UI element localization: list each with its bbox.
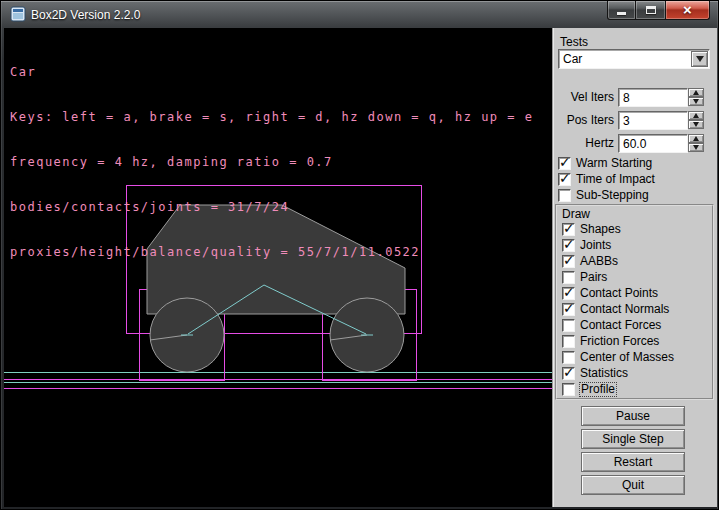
app-icon <box>10 6 26 22</box>
contact-points-label: Contact Points <box>580 287 658 300</box>
statistics-label: Statistics <box>580 367 628 380</box>
tests-dropdown-button[interactable] <box>691 51 708 67</box>
vel-iters-label: Vel Iters <box>553 88 614 107</box>
draw-group: Draw Shapes Joints AABBs Pairs <box>555 204 714 400</box>
warm-starting-row[interactable]: Warm Starting <box>558 156 652 170</box>
sub-stepping-row[interactable]: Sub-Stepping <box>558 188 649 202</box>
client-area: Car Keys: left = a, brake = s, right = d… <box>4 28 717 507</box>
joints-row[interactable]: Joints <box>562 238 611 252</box>
hertz-value: 60.0 <box>623 137 646 151</box>
single-step-button[interactable]: Single Step <box>581 429 685 449</box>
friction-forces-row[interactable]: Friction Forces <box>562 334 659 348</box>
profile-label: Profile <box>580 383 616 396</box>
window-title: Box2D Version 2.2.0 <box>31 8 140 22</box>
hertz-row: Hertz 60.0 <box>553 134 718 153</box>
profile-row[interactable]: Profile <box>562 382 616 396</box>
pos-iters-input[interactable]: 3 <box>618 111 688 130</box>
contact-forces-label: Contact Forces <box>580 319 661 332</box>
contact-points-row[interactable]: Contact Points <box>562 286 658 300</box>
vel-iters-down-button[interactable] <box>688 97 704 106</box>
pairs-row[interactable]: Pairs <box>562 270 607 284</box>
down-arrow-icon <box>693 122 699 127</box>
down-arrow-icon <box>693 145 699 150</box>
caption-buttons: × <box>607 1 710 20</box>
contact-normals-label: Contact Normals <box>580 303 669 316</box>
hud-keys-line: Keys: left = a, brake = s, right = d, hz… <box>10 110 533 125</box>
vel-iters-value: 8 <box>623 91 630 105</box>
pos-iters-spinner <box>688 111 704 130</box>
contact-forces-checkbox[interactable] <box>562 319 575 332</box>
joints-label: Joints <box>580 239 611 252</box>
hertz-up-button[interactable] <box>688 134 704 143</box>
vel-iters-up-button[interactable] <box>688 88 704 97</box>
aabbs-checkbox[interactable] <box>562 255 575 268</box>
pos-iters-value: 3 <box>623 114 630 128</box>
hud-text: Car Keys: left = a, brake = s, right = d… <box>10 35 533 290</box>
warm-starting-label: Warm Starting <box>576 157 652 170</box>
time-of-impact-label: Time of Impact <box>576 173 655 186</box>
tests-label: Tests <box>560 35 588 49</box>
pos-iters-row: Pos Iters 3 <box>553 111 718 130</box>
hud-test-name: Car <box>10 65 533 80</box>
joints-checkbox[interactable] <box>562 239 575 252</box>
up-arrow-icon <box>693 90 699 95</box>
contact-normals-checkbox[interactable] <box>562 303 575 316</box>
maximize-icon <box>646 6 656 14</box>
contact-normals-row[interactable]: Contact Normals <box>562 302 669 316</box>
hud-proxies-line: proxies/height/balance/quality = 55/7/1/… <box>10 245 533 260</box>
up-arrow-icon <box>693 113 699 118</box>
hud-bodies-line: bodies/contacts/joints = 31/7/24 <box>10 200 533 215</box>
pos-iters-up-button[interactable] <box>688 111 704 120</box>
pause-button[interactable]: Pause <box>581 406 685 426</box>
vel-iters-row: Vel Iters 8 <box>553 88 718 107</box>
pairs-label: Pairs <box>580 271 607 284</box>
control-panel: Tests Car Vel Iters 8 Pos Iters 3 <box>552 28 717 507</box>
simulation-canvas[interactable]: Car Keys: left = a, brake = s, right = d… <box>4 28 552 507</box>
contact-points-checkbox[interactable] <box>562 287 575 300</box>
tests-dropdown[interactable]: Car <box>558 49 710 69</box>
friction-forces-label: Friction Forces <box>580 335 659 348</box>
hertz-spinner <box>688 134 704 153</box>
statistics-checkbox[interactable] <box>562 367 575 380</box>
shapes-label: Shapes <box>580 223 621 236</box>
restart-button[interactable]: Restart <box>581 452 685 472</box>
down-arrow-icon <box>693 99 699 104</box>
shapes-row[interactable]: Shapes <box>562 222 621 236</box>
shapes-checkbox[interactable] <box>562 223 575 236</box>
center-of-masses-row[interactable]: Center of Masses <box>562 350 674 364</box>
tests-selected-value: Car <box>563 52 582 66</box>
dropdown-arrow-icon <box>696 56 704 62</box>
up-arrow-icon <box>693 136 699 141</box>
close-button[interactable]: × <box>665 1 710 20</box>
titlebar[interactable]: Box2D Version 2.2.0 × <box>1 1 718 28</box>
vel-iters-spinner <box>688 88 704 107</box>
sub-stepping-checkbox[interactable] <box>558 189 571 202</box>
vel-iters-input[interactable]: 8 <box>618 88 688 107</box>
contact-forces-row[interactable]: Contact Forces <box>562 318 661 332</box>
hud-frequency-line: frequency = 4 hz, damping ratio = 0.7 <box>10 155 533 170</box>
pos-iters-label: Pos Iters <box>553 111 614 130</box>
maximize-button[interactable] <box>636 1 665 20</box>
center-of-masses-checkbox[interactable] <box>562 351 575 364</box>
quit-button[interactable]: Quit <box>581 475 685 495</box>
warm-starting-checkbox[interactable] <box>558 157 571 170</box>
app-window: Box2D Version 2.2.0 × <box>0 0 719 510</box>
aabbs-row[interactable]: AABBs <box>562 254 618 268</box>
hertz-label: Hertz <box>553 134 614 153</box>
time-of-impact-checkbox[interactable] <box>558 173 571 186</box>
friction-forces-checkbox[interactable] <box>562 335 575 348</box>
pairs-checkbox[interactable] <box>562 271 575 284</box>
profile-checkbox[interactable] <box>562 383 575 396</box>
sub-stepping-label: Sub-Stepping <box>576 189 649 202</box>
minimize-icon <box>617 12 626 15</box>
pos-iters-down-button[interactable] <box>688 120 704 129</box>
time-of-impact-row[interactable]: Time of Impact <box>558 172 655 186</box>
hertz-down-button[interactable] <box>688 143 704 152</box>
hertz-input[interactable]: 60.0 <box>618 134 688 153</box>
statistics-row[interactable]: Statistics <box>562 366 628 380</box>
center-of-masses-label: Center of Masses <box>580 351 674 364</box>
aabbs-label: AABBs <box>580 255 618 268</box>
close-icon: × <box>683 2 692 17</box>
minimize-button[interactable] <box>607 1 636 20</box>
